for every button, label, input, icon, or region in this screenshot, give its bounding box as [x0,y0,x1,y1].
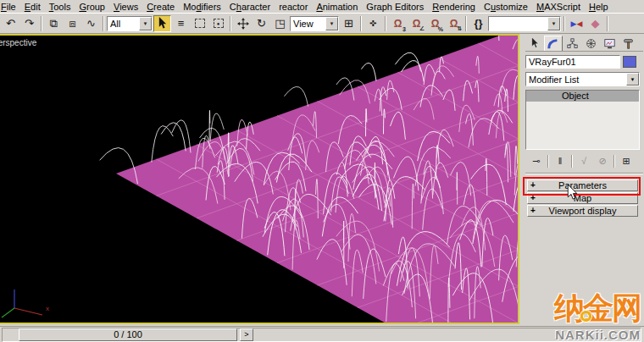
menu-animation[interactable]: Animation [312,1,362,13]
toolbar-divider [564,16,565,31]
chevron-down-icon[interactable]: ▼ [626,73,639,86]
modifier-stack[interactable]: Object [525,90,640,150]
menu-file[interactable]: File [0,1,20,13]
select-and-manipulate-icon[interactable]: ✜ [364,15,382,32]
menu-tools[interactable]: Tools [45,1,75,13]
pin-stack-icon[interactable]: ⊸ [527,154,546,168]
dashed-region-shape: ● [214,19,224,28]
configure-modifier-sets-icon[interactable]: ⊞ [617,154,636,168]
stack-toolbar: ⊸ ‖ √ ⊘ ⊞ [525,152,643,169]
toolbar-divider [103,16,104,31]
selection-filter-dropdown[interactable]: All ▼ [107,16,153,31]
menu-create[interactable]: Create [142,1,179,13]
reference-coordinate-value: View [293,19,314,29]
select-by-name-icon[interactable]: ≡ [172,15,190,32]
time-slider: 0 / 100 > [0,326,644,342]
make-unique-icon[interactable]: √ [575,154,593,168]
expand-icon: + [530,206,536,215]
menu-bar: FileEditToolsGroupViewsCreateModifiersCh… [0,0,644,13]
reference-coordinate-dropdown[interactable]: View ▼ [290,16,339,31]
show-end-result-icon[interactable]: ‖ [551,154,569,168]
stack-toolbar-divider [547,155,549,168]
select-object-button[interactable] [153,15,171,32]
snap-spinner-label: ⇅ [457,25,462,32]
scene-canvas[interactable]: x [0,36,518,323]
chevron-down-icon[interactable]: ▼ [325,17,338,30]
menu-reactor[interactable]: reactor [275,1,312,13]
dashed-region-shape [195,19,205,28]
chevron-down-icon[interactable]: ▼ [547,17,560,30]
next-frame-button[interactable]: > [240,328,253,341]
bind-to-spacewarp-icon[interactable]: ∿ [82,15,100,32]
axis-y [2,308,14,317]
snaps-toggle-icon[interactable]: Ω3 [389,15,407,32]
map-rollout-wrap: + Map [525,192,643,204]
rollout-parameters[interactable]: + Parameters [527,179,638,191]
snap-percent-label: % [438,26,443,32]
panel-divider [525,173,643,174]
stack-item-object[interactable]: Object [526,91,639,102]
rollout-map-label: Map [574,193,591,203]
axis-x [14,308,42,315]
command-panel: VRayFur01 Modifier List ▼ Object ⊸ ‖ √ ⊘… [523,34,644,342]
window-crossing-icon[interactable]: ● [209,15,227,32]
object-color-swatch[interactable] [623,56,636,68]
spinner-snap-icon[interactable]: Ω⇅ [445,15,463,32]
remove-modifier-icon[interactable]: ⊘ [593,154,612,168]
named-selection-sets-icon[interactable]: {} [469,15,487,32]
perspective-viewport[interactable]: Perspective x [0,34,519,324]
menu-customize[interactable]: Customize [480,1,532,13]
tab-utilities[interactable] [619,36,637,51]
expand-icon: + [530,193,536,202]
selection-filter-value: All [110,19,120,29]
unlink-selection-icon[interactable]: ⧈ [64,15,81,32]
toolbar-divider [360,16,362,31]
menu-maxscript[interactable]: MAXScript [532,1,585,13]
menu-edit[interactable]: Edit [20,1,45,13]
menu-views[interactable]: Views [109,1,142,13]
menu-modifiers[interactable]: Modifiers [179,1,225,13]
object-name-row: VRayFur01 [525,55,643,69]
use-pivot-center-icon[interactable]: ⊞ [340,15,358,32]
menu-rendering[interactable]: Rendering [428,1,480,13]
select-and-move-icon[interactable] [234,15,252,32]
tab-hierarchy[interactable] [563,36,581,51]
modifier-list-label: Modifier List [529,74,579,85]
max-window: FileEditToolsGroupViewsCreateModifiersCh… [0,0,644,342]
tab-modify[interactable] [544,36,563,51]
mirror-right-shape: ◀ [577,19,583,28]
tab-create[interactable] [525,36,544,51]
select-and-scale-icon[interactable]: ◳ [271,15,289,32]
select-and-rotate-icon[interactable]: ↻ [253,15,270,32]
expand-icon: + [530,180,536,190]
select-and-link-icon[interactable]: ⧉ [45,15,63,32]
undo-icon[interactable]: ↶ [2,15,19,32]
rollout-viewport-display[interactable]: + Viewport display [527,205,638,217]
time-slider-handle[interactable]: 0 / 100 [19,328,237,341]
modifier-list-dropdown[interactable]: Modifier List ▼ [525,72,640,86]
magnet-shape: Ω [394,18,402,30]
toolbar-divider [465,16,467,31]
toolbar-divider [607,16,608,31]
menu-help[interactable]: Help [585,1,613,13]
viewport-label[interactable]: Perspective [0,38,36,47]
rectangular-selection-region-icon[interactable] [191,15,208,32]
redo-icon[interactable]: ↷ [20,15,38,32]
tab-display[interactable] [600,36,619,51]
toolbar-divider [41,16,42,31]
tab-motion[interactable] [581,36,600,51]
menu-character[interactable]: Character [225,1,275,13]
object-name-field[interactable]: VRayFur01 [525,55,620,69]
named-selection-dropdown[interactable]: ▼ [488,16,561,31]
rollout-parameters-label: Parameters [558,180,607,190]
menu-group[interactable]: Group [75,1,109,13]
align-icon[interactable]: ◆ [586,15,604,32]
angle-snap-icon[interactable]: Ω∠ [408,15,425,32]
percent-snap-icon[interactable]: Ω% [426,15,444,32]
mirror-icon[interactable]: ▶◀ [568,15,586,32]
menu-graph-editors[interactable]: Graph Editors [362,1,428,13]
dot: ● [217,21,220,26]
chevron-down-icon[interactable]: ▼ [139,17,152,30]
main-toolbar: ↶ ↷ ⧉ ⧈ ∿ All ▼ ≡ ● ↻ ◳ View ▼ ⊞ ✜ Ω3 Ω∠ [0,13,644,34]
rollout-map[interactable]: + Map [527,192,638,204]
